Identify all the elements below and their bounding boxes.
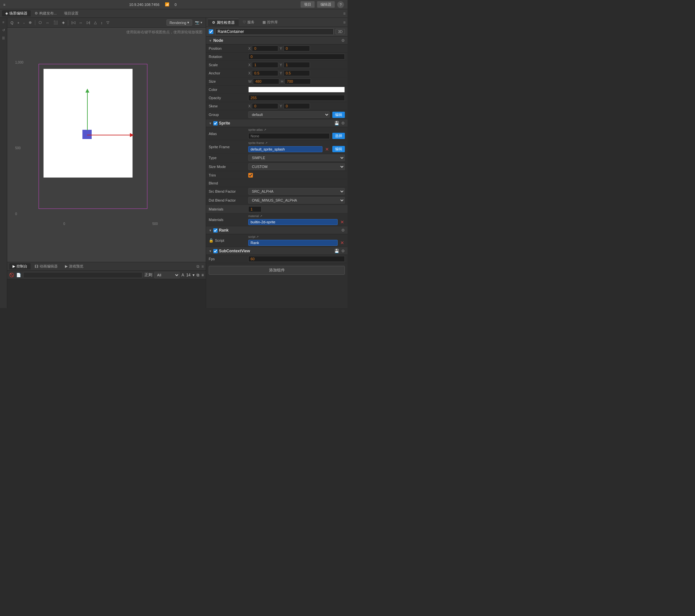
rotate-btn[interactable]: ↔ bbox=[45, 20, 51, 25]
move-btn[interactable]: ⬡ bbox=[37, 20, 43, 25]
material-link[interactable]: material ↗ bbox=[248, 214, 262, 218]
size-w-input[interactable] bbox=[253, 78, 279, 84]
rotation-input[interactable] bbox=[248, 54, 345, 59]
rendering-button[interactable]: Rendering ▾ bbox=[167, 19, 192, 26]
script-link[interactable]: script ↗ bbox=[248, 235, 259, 239]
sidebar-tool-2[interactable]: ↺ bbox=[1, 27, 6, 33]
script-remove-button[interactable]: ✕ bbox=[340, 240, 345, 245]
hamburger-icon[interactable]: ≡ bbox=[3, 3, 5, 6]
color-picker[interactable] bbox=[248, 87, 345, 92]
console-menu-icon[interactable]: ≡ bbox=[201, 273, 204, 277]
align-bottom-btn[interactable]: ▽ bbox=[105, 20, 111, 25]
tab-widgets[interactable]: ▦ 控件库 bbox=[258, 19, 282, 26]
opacity-input[interactable] bbox=[248, 95, 345, 101]
rank-gear-icon[interactable]: ⚙ bbox=[341, 228, 345, 232]
script-input[interactable] bbox=[248, 240, 338, 246]
zoom-out-btn[interactable]: - bbox=[22, 20, 26, 25]
regex-label[interactable]: 正则 bbox=[145, 272, 152, 278]
sprite-frame-input[interactable] bbox=[248, 146, 322, 152]
tab-build[interactable]: ⚙ 构建发布... bbox=[31, 10, 60, 16]
subcontext-gear-icon[interactable]: ⚙ bbox=[341, 249, 345, 253]
atlas-choose-button[interactable]: 选择 bbox=[332, 133, 345, 139]
sprite-save-icon[interactable]: 💾 bbox=[334, 121, 339, 125]
size-h-input[interactable] bbox=[285, 78, 311, 84]
subcontext-section-header[interactable]: ▼ SubContextView 💾 ⚙ bbox=[206, 247, 348, 255]
transform-btn[interactable]: ◈ bbox=[61, 20, 66, 25]
subcontext-active-checkbox[interactable] bbox=[213, 249, 218, 253]
zoom-in-btn[interactable]: + bbox=[16, 20, 21, 25]
sprite-frame-edit-button[interactable]: 编辑 bbox=[332, 146, 345, 152]
skew-x-input[interactable] bbox=[252, 103, 278, 109]
align-left-btn[interactable]: |◁ bbox=[70, 20, 77, 25]
editor-tabs-menu[interactable]: ≡ bbox=[343, 11, 345, 16]
tab-animation[interactable]: 🎞 动画编辑器 bbox=[31, 263, 61, 269]
tab-project-settings[interactable]: 项目设置 bbox=[61, 10, 82, 16]
material-remove-button[interactable]: ✕ bbox=[340, 219, 345, 225]
3d-button[interactable]: 3D bbox=[336, 29, 345, 34]
sprite-frame-remove-button[interactable]: ✕ bbox=[324, 146, 330, 152]
atlas-input[interactable] bbox=[248, 133, 330, 139]
align-vcenter-btn[interactable]: ↕ bbox=[99, 20, 104, 25]
align-right-btn[interactable]: ▷| bbox=[85, 20, 92, 25]
skew-y-input[interactable] bbox=[284, 103, 310, 109]
tab-game-preview[interactable]: ▶ 游戏预览 bbox=[62, 263, 87, 269]
node-section-header[interactable]: ▼ Node ⚙ bbox=[206, 37, 348, 45]
align-center-btn[interactable]: ↔ bbox=[78, 20, 84, 25]
rank-section-header[interactable]: ▼ Rank ⚙ bbox=[206, 226, 348, 234]
anchor-y-input[interactable] bbox=[284, 70, 310, 76]
rank-active-checkbox[interactable] bbox=[213, 228, 218, 232]
sidebar-list-icon[interactable]: ☰ bbox=[1, 35, 6, 41]
pos-x-input[interactable] bbox=[252, 46, 278, 51]
save-log-icon[interactable]: 📄 bbox=[16, 273, 21, 277]
viewport[interactable]: 使用鼠标右键平移视图焦点，使用滚轮缩放视图 1,000 500 0 0 500 bbox=[7, 28, 206, 262]
group-select[interactable]: default bbox=[248, 111, 330, 118]
scale-btn[interactable]: ⬛ bbox=[52, 20, 60, 25]
anchor-x-input[interactable] bbox=[252, 70, 278, 76]
type-select[interactable]: SIMPLE SLICED TILED FILLED bbox=[248, 155, 345, 161]
atlas-link[interactable]: sprite-atlas ↗ bbox=[248, 128, 266, 131]
sprite-section-header[interactable]: ▼ Sprite 💾 ⚙ bbox=[206, 119, 348, 127]
scale-x-input[interactable] bbox=[252, 62, 278, 68]
panel-menu-icon[interactable]: ≡ bbox=[201, 264, 204, 269]
right-panel-menu[interactable]: ≡ bbox=[343, 20, 345, 25]
camera-btn[interactable]: 📷 ▾ bbox=[193, 20, 204, 25]
node-active-checkbox[interactable] bbox=[209, 29, 213, 34]
tab-scene-editor[interactable]: ◈ 场景编辑器 bbox=[2, 10, 31, 16]
group-edit-button[interactable]: 编辑 bbox=[332, 112, 345, 118]
material-input[interactable] bbox=[248, 219, 338, 225]
scene-area: Q + - ⊕ ⬡ ↔ ⬛ ◈ |◁ ↔ ▷| △ ↕ ▽ Rendering … bbox=[7, 18, 206, 308]
add-component-button[interactable]: 添加组件 bbox=[209, 266, 345, 275]
console-search-input[interactable] bbox=[23, 272, 142, 278]
tab-inspector[interactable]: ⚙ 属性检查器 bbox=[208, 19, 239, 26]
clear-console-icon[interactable]: 🚫 bbox=[9, 273, 14, 277]
size-mode-select[interactable]: CUSTOM TRIMMED RAW bbox=[248, 163, 345, 170]
pos-y-input[interactable] bbox=[284, 46, 310, 51]
fps-input[interactable] bbox=[248, 256, 345, 262]
sidebar-tool-1[interactable]: ≡ bbox=[1, 19, 6, 25]
console-filter-select[interactable]: All Errors Warnings bbox=[154, 272, 180, 278]
editor-button[interactable]: 编辑器 bbox=[317, 1, 335, 8]
subcontext-save-icon[interactable]: 💾 bbox=[334, 249, 339, 253]
src-blend-select[interactable]: SRC_ALPHA ONE ZERO bbox=[248, 188, 345, 195]
sprite-active-checkbox[interactable] bbox=[213, 121, 218, 125]
sprite-frame-link[interactable]: sprite-frame ↗ bbox=[248, 141, 268, 145]
scale-y-input[interactable] bbox=[284, 62, 310, 68]
dst-blend-select[interactable]: ONE_MINUS_SRC_ALPHA ONE ZERO bbox=[248, 197, 345, 204]
node-name-input[interactable] bbox=[215, 28, 334, 35]
project-button[interactable]: 项目 bbox=[300, 1, 315, 8]
sprite-gear-icon[interactable]: ⚙ bbox=[341, 121, 345, 125]
font-size-dropdown[interactable]: ▾ bbox=[192, 273, 194, 277]
materials-count-input[interactable] bbox=[248, 206, 261, 212]
node-gear-icon[interactable]: ⚙ bbox=[341, 38, 345, 43]
red-arrow-right[interactable] bbox=[87, 133, 134, 137]
tab-console[interactable]: ▶ 控制台 bbox=[9, 263, 31, 269]
trim-checkbox[interactable] bbox=[248, 173, 253, 178]
tab-services[interactable]: ♡ 服务 bbox=[239, 19, 258, 26]
zoom-fit-btn[interactable]: Q bbox=[9, 20, 15, 25]
zoom-reset-btn[interactable]: ⊕ bbox=[27, 20, 33, 25]
copy-panel-icon[interactable]: ⧉ bbox=[197, 264, 200, 269]
console-copy-icon[interactable]: ⧉ bbox=[197, 273, 200, 277]
green-arrow-up[interactable] bbox=[85, 89, 89, 130]
help-button[interactable]: ? bbox=[337, 1, 344, 8]
align-top-btn[interactable]: △ bbox=[92, 20, 98, 25]
